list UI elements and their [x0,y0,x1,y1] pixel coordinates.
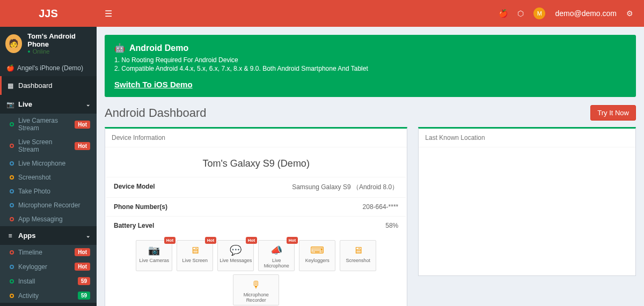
circle-icon [10,250,14,255]
desktop-icon: 🖥 [178,245,211,256]
info-row-phone: Phone Number(s) 208-664-**** [106,197,406,216]
panel-header: Last Known Location [419,129,635,147]
menu-toggle-button[interactable]: ☰ [97,9,120,19]
page-title: Android Dashboard [105,106,207,120]
camera-icon: 📷 [6,101,14,108]
circle-icon [10,175,14,180]
logo[interactable]: JJS [0,0,97,27]
circle-icon [10,122,14,126]
top-right-menu: 🍎 ⬡ M demo@demo.com ⚙ [499,8,644,19]
info-row-model: Device Model Samsung Galaxy S9 （Android … [106,177,406,197]
nav-keylogger[interactable]: KeyloggerHot [0,259,97,274]
nav-activity[interactable]: Activity59 [0,288,97,303]
microphone-icon: 📣 [260,245,293,256]
tile-live-cameras[interactable]: Hot 📷 Live Cameras [136,240,172,271]
device-status: Online [27,48,91,55]
tile-screenshot[interactable]: 🖥 Screenshot [340,240,376,271]
circle-icon [10,144,14,148]
comment-icon: 💬 [219,245,252,256]
circle-icon [10,217,14,221]
tile-live-messages[interactable]: Hot 💬 Live Messages [217,240,254,271]
list-icon: ≡ [6,232,14,240]
chevron-down-icon: ⌄ [86,101,90,107]
nav-live-cameras[interactable]: Live Cameras StreamHot [0,114,97,135]
apple-icon: 🍎 [6,64,14,72]
tile-mic-recorder[interactable]: 🎙 Microphone Recorder [233,274,279,305]
nav-screenshot[interactable]: Screenshot [0,170,97,184]
nav-live-screen[interactable]: Live Screen StreamHot [0,135,97,156]
sidebar: 🧑 Tom's Android Phone Online 🍎 Angel's i… [0,27,97,306]
user-email[interactable]: demo@demo.com [555,9,617,18]
info-row-battery: Battery Level 58% [106,216,406,235]
circle-icon [10,189,14,193]
apple-icon[interactable]: 🍎 [499,9,508,18]
chevron-down-icon: ⌄ [86,233,90,238]
tile-live-screen[interactable]: Hot 🖥 Live Screen [177,240,213,271]
nav-app-messaging[interactable]: App Messaging [0,212,97,226]
circle-icon [10,265,14,269]
content: 🤖Android Demo 1. No Rooting Required For… [97,27,644,306]
panel-header: Device Information [105,129,407,147]
circle-icon [10,294,14,298]
callout-line-2: 2. Compatible Android 4.4.x, 5.x, 6.x, 7… [114,65,626,72]
tile-keyloggers[interactable]: ⌨ Keyloggers [299,240,335,271]
location-panel-body [419,147,635,162]
nav-timeline[interactable]: TimelineHot [0,245,97,259]
switch-demo-link[interactable]: Switch To iOS Demo [114,80,193,89]
bars-icon: ☰ [105,9,112,18]
device-switch-link[interactable]: 🍎 Angel's iPhone (Demo) [0,60,97,76]
keyboard-icon: ⌨ [301,245,334,256]
tile-row: Hot 📷 Live Cameras Hot 🖥 Live Screen [106,235,406,271]
circle-icon [10,161,14,166]
avatar[interactable]: M [533,8,545,19]
nav-install[interactable]: Install59 [0,274,97,288]
user-panel: 🧑 Tom's Android Phone Online [0,27,97,60]
android-icon: 🤖 [114,43,125,53]
device-info-panel: Device Information Tom's Galaxy S9 (Demo… [105,127,407,306]
camera-icon: 📷 [137,245,171,256]
nav-mic-recorder[interactable]: Microphone Recorder [0,198,97,212]
desktop-icon: 🖥 [341,245,375,256]
user-panel-avatar: 🧑 [5,34,22,53]
circle-icon [10,279,14,283]
callout-line-1: 1. No Rooting Required For Android Devic… [114,56,626,64]
circle-icon [10,203,14,207]
top-header: JJS ☰ 🍎 ⬡ M demo@demo.com ⚙ [0,0,644,27]
android-icon[interactable]: ⬡ [517,9,524,18]
tile-live-microphone[interactable]: Hot 📣 Live Microphone [258,240,295,271]
try-it-now-button[interactable]: Try It Now [590,105,636,121]
nav-take-photo[interactable]: Take Photo [0,184,97,198]
demo-callout: 🤖Android Demo 1. No Rooting Required For… [105,35,636,97]
nav-live-header[interactable]: 📷Live⌄ [0,95,97,114]
nav-dashboard[interactable]: ▦Dashboard [0,76,97,95]
device-title: Tom's Galaxy S9 (Demo) [106,154,406,177]
nav-call-history[interactable]: 📞Call Hisotry484 [0,303,97,306]
device-name: Tom's Android Phone [27,32,91,48]
microphone-icon: 🎙 [235,279,277,290]
cogs-icon[interactable]: ⚙ [626,9,633,18]
nav-apps-header[interactable]: ≡Apps⌄ [0,226,97,245]
dashboard-icon: ▦ [6,82,14,89]
nav-live-microphone[interactable]: Live Microphone [0,156,97,170]
location-panel: Last Known Location [418,127,636,276]
